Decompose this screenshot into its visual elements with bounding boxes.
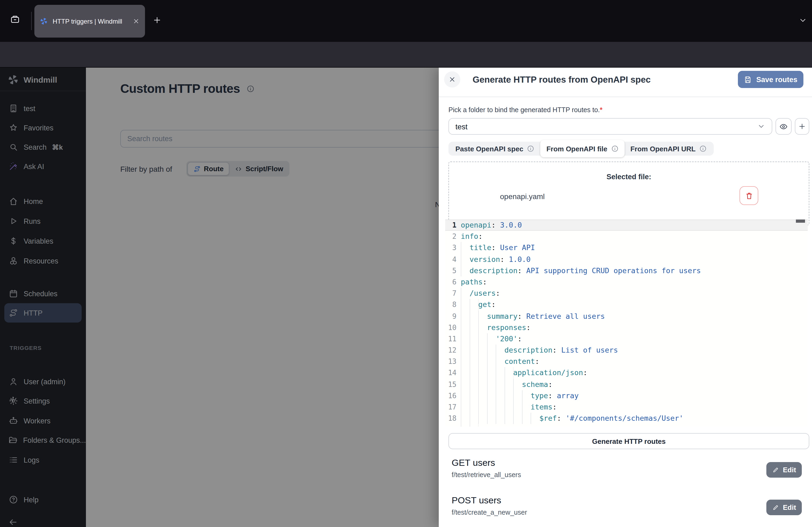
tab-from-openapi-file[interactable]: From OpenAPI file [540,140,625,157]
indent-guides [461,379,522,390]
code-line-17: 17items: [445,402,808,413]
yaml-key: description [505,345,553,356]
line-number: 16 [445,390,456,402]
line-number: 8 [445,299,456,311]
yaml-key: title [470,242,491,254]
drawer-close-button[interactable] [444,71,460,88]
yaml-key: /users [470,288,496,299]
yaml-key: application/json [513,367,583,379]
yaml-colon: : [500,254,504,265]
openapi-drawer: Generate HTTP routes from OpenAPI spec S… [439,67,812,527]
indent-guides [461,333,496,345]
line-number: 2 [445,231,456,242]
yaml-colon: : [526,322,531,333]
indent-guides [461,299,478,311]
tab-overflow-chevron[interactable] [799,16,807,25]
tab-paste-openapi-spec[interactable]: Paste OpenAPI spec [450,142,540,156]
editor-scrollbar-thumb[interactable] [796,220,805,223]
folder-select[interactable]: test [448,118,772,135]
info-icon [699,145,707,152]
yaml-colon: : [583,367,587,379]
line-number: 9 [445,311,456,322]
yaml-key: $ref [539,413,557,424]
tab-label: From OpenAPI URL [630,145,696,153]
code-line-18: 18$ref: '#/components/schemas/User' [445,413,808,424]
tab-from-openapi-url[interactable]: From OpenAPI URL [625,142,713,156]
indent-guides [461,367,513,379]
code-line-12: 12description: List of users [445,345,808,356]
line-number: 15 [445,379,456,390]
yaml-colon: : [535,356,539,367]
yaml-colon: : [491,242,496,254]
yaml-colon: : [482,276,487,288]
line-number: 10 [445,322,456,333]
pencil-icon [772,504,779,511]
indent-guides [461,390,531,402]
yaml-key: content [505,356,535,367]
tab-close-icon[interactable] [133,18,140,25]
line-number: 17 [445,402,456,413]
edit-label: Edit [783,466,796,474]
selected-file-label: Selected file: [449,173,809,181]
line-number: 19 [445,424,456,427]
yaml-key: items [531,402,552,413]
line-number: 1 [445,220,456,231]
yaml-colon: : [552,345,557,356]
yaml-value: 3.0.0 [496,220,522,231]
indent-guides [461,356,505,367]
line-number: 12 [445,345,456,356]
indent-guides [461,402,531,413]
tabs-list-icon[interactable] [10,14,20,25]
selected-file-name: openapi.yaml [500,192,545,201]
yaml-colon: : [552,402,557,413]
tab-label: Paste OpenAPI spec [455,145,523,153]
indent-guides [461,345,505,356]
yaml-key: paths [461,276,482,288]
yaml-colon: : [491,299,496,311]
yaml-key: responses [487,322,526,333]
edit-route-button[interactable]: Edit [766,500,802,515]
code-line-5: 5description: API supporting CRUD operat… [445,265,808,276]
code-line-1: 1openapi: 3.0.0 [445,220,808,231]
code-line-4: 4version: 1.0.0 [445,254,808,265]
tab-label: From OpenAPI file [547,145,607,153]
route-title: POST users [452,495,501,506]
code-line-13: 13content: [445,356,808,367]
save-routes-button[interactable]: Save routes [738,71,803,88]
edit-route-button[interactable]: Edit [766,462,802,478]
code-line-19: 19post: [445,424,808,427]
folder-picker-label: Pick a folder to bind the generated HTTP… [448,106,603,114]
yaml-colon: : [518,265,522,276]
line-number: 14 [445,367,456,379]
yaml-colon: : [548,390,552,402]
yaml-value: array [552,390,579,402]
generate-http-routes-button[interactable]: Generate HTTP routes [448,433,809,449]
code-line-16: 16type: array [445,390,808,402]
remove-file-button[interactable] [740,186,758,205]
yaml-colon: : [496,288,500,299]
yaml-colon: : [491,220,496,231]
browser-window: HTTP triggers | Windmill http://localhos… [0,0,812,527]
tabbar-divider [31,12,32,30]
code-line-14: 14application/json: [445,367,808,379]
openapi-spec-editor[interactable]: 1openapi: 3.0.02info:3title: User API4ve… [445,220,808,427]
add-folder-button[interactable] [795,118,809,135]
browser-toolbar: http://localhost:3000/routes?filter_path… [0,42,812,67]
view-folder-button[interactable] [775,118,792,135]
yaml-value: 1.0.0 [505,254,531,265]
code-line-15: 15schema: [445,379,808,390]
browser-tab[interactable]: HTTP triggers | Windmill [34,5,145,37]
yaml-value: Retrieve all users [522,311,605,322]
drawer-header-divider [439,96,812,97]
yaml-key: info [461,231,478,242]
route-title: GET users [452,458,495,468]
code-line-6: 6paths: [445,276,808,288]
new-tab-button[interactable] [153,16,162,25]
eye-icon [779,122,788,131]
pencil-icon [772,466,779,473]
code-line-10: 10responses: [445,322,808,333]
browser-tab-bar: HTTP triggers | Windmill [0,0,812,42]
yaml-key: schema [522,379,548,390]
yaml-value: List of users [557,345,618,356]
yaml-key: '200' [496,333,518,345]
